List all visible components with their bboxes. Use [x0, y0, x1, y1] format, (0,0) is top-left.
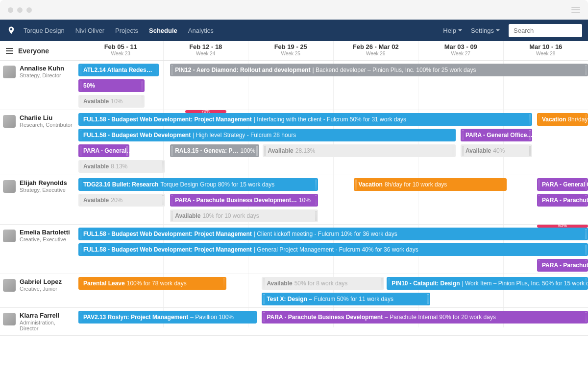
schedule-bar[interactable]: Parental Leave100% for 78 work days [78, 277, 226, 290]
person-name: Elijah Reynolds [20, 179, 67, 186]
navbar: Torque Design Nivi Oliver Projects Sched… [0, 20, 588, 41]
person-lanes: ATL2.14 Atlanta Redes…PIN12 - Aero Diamo… [78, 61, 588, 110]
chevron-down-icon [496, 29, 500, 31]
person-lanes: PAV2.13 Roslyn: Project Management– Pavi… [78, 308, 588, 327]
schedule-bar[interactable]: Available10% for 10 work days [170, 209, 318, 222]
week-column[interactable]: Feb 26 - Mar 02Week 26 [333, 41, 418, 60]
search-input[interactable] [514, 27, 577, 34]
chevron-down-icon [458, 29, 462, 31]
app-menu-icon[interactable] [571, 7, 580, 13]
search-box[interactable] [509, 24, 582, 37]
schedule-bar[interactable]: FUL1.58 - Budapest Web Development| High… [78, 129, 456, 141]
overload-indicator[interactable]: 50% [537, 225, 588, 228]
nav-schedule[interactable]: Schedule [149, 27, 177, 34]
week-column[interactable]: Mar 10 - 16Week 28 [503, 41, 588, 60]
person-row: Gabriel Lopez Creative, JuniorParental L… [0, 274, 588, 308]
week-sub: Week 23 [78, 51, 163, 56]
schedule-bar[interactable]: Vacation8hr/day fo [537, 113, 588, 126]
nav-projects[interactable]: Projects [115, 27, 138, 34]
schedule-bar[interactable]: PAV2.13 Roslyn: Project Management– Pavi… [78, 311, 257, 324]
nav-brand[interactable]: Torque Design [24, 27, 65, 34]
person-label[interactable]: Charlie Liu Research, Contributor [0, 110, 78, 175]
overload-indicator[interactable]: 72% [185, 110, 226, 113]
schedule-bar[interactable]: Available20% [78, 194, 165, 207]
filter-menu-icon[interactable] [6, 48, 13, 54]
person-lanes: 72%FUL1.58 - Budapest Web Development: P… [78, 110, 588, 175]
window-close[interactable] [8, 7, 13, 13]
schedule-bar[interactable]: Available10% [78, 95, 145, 108]
person-lanes: TDG23.16 Bullet: ResearchTorque Design G… [78, 175, 588, 224]
schedule-bar[interactable]: TDG23.16 Bullet: ResearchTorque Design G… [78, 178, 318, 191]
schedule-bar[interactable]: PARA - General Office… [461, 129, 532, 141]
person-label[interactable]: Gabriel Lopez Creative, Junior [0, 274, 78, 307]
person-name: Gabriel Lopez [20, 278, 62, 285]
window-minimize[interactable] [17, 7, 23, 13]
person-label[interactable]: Kiarra Farrell Administration, Director [0, 308, 78, 335]
week-sub: Week 28 [504, 51, 588, 56]
week-sub: Week 25 [248, 51, 333, 56]
person-row: Annalise Kuhn Strategy, DirectorATL2.14 … [0, 61, 588, 110]
person-row: Emelia Bartoletti Creative, Executive50%… [0, 225, 588, 274]
settings-menu[interactable]: Settings [471, 27, 500, 34]
schedule-bar[interactable]: PARA - Parachute Business Development– P… [262, 311, 588, 324]
person-label[interactable]: Emelia Bartoletti Creative, Executive [0, 225, 78, 274]
person-role: Strategy, Executive [20, 187, 67, 193]
avatar [3, 230, 16, 242]
schedule-bar[interactable]: Available8.13% [78, 160, 165, 173]
schedule-bar[interactable]: PIN10 - Catapult: Design| Work Item – Pi… [387, 277, 588, 290]
schedule-bar[interactable]: PARA - Parachute Bu [537, 194, 588, 207]
avatar [3, 66, 16, 78]
people-filter-label[interactable]: Everyone [18, 47, 49, 55]
browser-chrome [0, 0, 588, 20]
person-name: Emelia Bartoletti [20, 229, 70, 236]
week-sub: Week 24 [164, 51, 248, 56]
week-label: Feb 12 - 18 [164, 43, 248, 50]
week-column[interactable]: Feb 19 - 25Week 25 [248, 41, 333, 60]
week-label: Mar 03 - 09 [418, 43, 503, 50]
help-label: Help [443, 27, 456, 34]
avatar [3, 180, 16, 193]
schedule-bar[interactable]: PARA - Parachute Bu [537, 259, 588, 272]
week-column[interactable]: Mar 03 - 09Week 27 [418, 41, 503, 60]
schedule-bar[interactable]: FUL1.58 - Budapest Web Development: Proj… [78, 113, 532, 126]
schedule-bar[interactable]: Available50% for 8 work days [262, 277, 384, 290]
person-role: Administration, Director [20, 320, 75, 331]
schedule-bar[interactable]: 50% [78, 79, 145, 92]
help-menu[interactable]: Help [443, 27, 462, 34]
schedule-bar[interactable]: Available28.13% [263, 144, 455, 157]
nav-analytics[interactable]: Analytics [188, 27, 214, 34]
week-label: Feb 19 - 25 [248, 43, 333, 50]
week-sub: Week 27 [418, 51, 503, 56]
schedule-bar[interactable]: Vacation8h/day for 10 work days [354, 178, 507, 191]
person-role: Strategy, Director [20, 72, 64, 78]
person-name: Kiarra Farrell [20, 312, 75, 319]
nav-user[interactable]: Nivi Oliver [75, 27, 104, 34]
week-column[interactable]: Feb 05 - 11Week 23 [78, 41, 163, 60]
schedule-bar[interactable]: FUL1.58 - Budapest Web Development: Proj… [78, 228, 588, 240]
schedule-bar[interactable]: PARA - General… [78, 144, 129, 157]
person-label[interactable]: Annalise Kuhn Strategy, Director [0, 61, 78, 110]
schedule-bar[interactable]: PARA - Parachute Business Development…10… [170, 194, 318, 207]
schedule-bar[interactable]: Test X: Design –Fulcrum 50% for 11 work … [262, 293, 430, 305]
week-label: Feb 26 - Mar 02 [334, 43, 418, 50]
week-sub: Week 26 [334, 51, 418, 56]
week-column[interactable]: Feb 12 - 18Week 24 [163, 41, 248, 60]
schedule-bar[interactable]: PARA - General Offic [537, 178, 588, 191]
schedule-bar[interactable]: ATL2.14 Atlanta Redes… [78, 64, 159, 76]
schedule-bar[interactable]: RAL3.15 - Geneva: P…100% [170, 144, 259, 157]
logo-icon[interactable] [6, 25, 17, 36]
person-name: Charlie Liu [20, 114, 73, 121]
avatar [3, 313, 16, 325]
window-maximize[interactable] [26, 7, 32, 13]
timeline-header: Everyone Feb 05 - 11Week 23Feb 12 - 18We… [0, 41, 588, 61]
schedule-bar[interactable]: PIN12 - Aero Diamond: Rollout and develo… [170, 64, 588, 76]
person-role: Research, Contributor [20, 122, 73, 128]
person-role: Creative, Executive [20, 236, 70, 242]
window-controls [8, 7, 32, 13]
people-header: Everyone [0, 41, 78, 60]
person-row: Elijah Reynolds Strategy, ExecutiveTDG23… [0, 175, 588, 225]
schedule-bar[interactable]: FUL1.58 - Budapest Web Development: Proj… [78, 243, 588, 256]
schedule-bar[interactable]: Available40% [461, 144, 532, 157]
person-label[interactable]: Elijah Reynolds Strategy, Executive [0, 175, 78, 224]
person-name: Annalise Kuhn [20, 65, 64, 72]
